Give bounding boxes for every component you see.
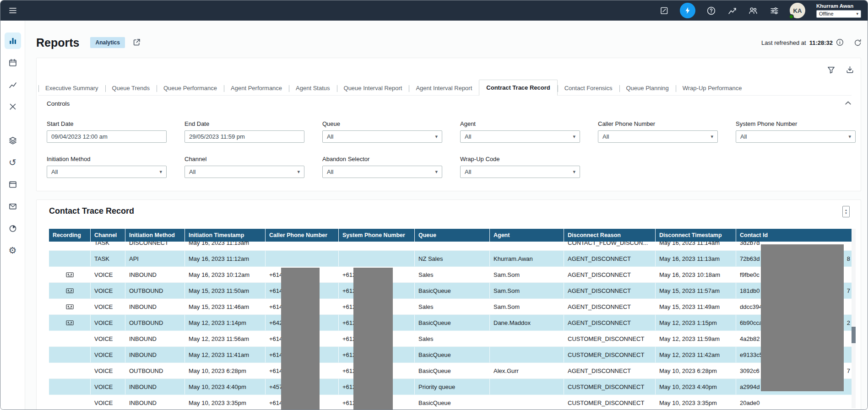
- cell-channel: VOICE: [90, 299, 125, 314]
- tab-queue-trends[interactable]: Queue Trends: [105, 81, 157, 95]
- start-date-input[interactable]: [47, 130, 167, 143]
- recording-icon[interactable]: [66, 272, 74, 277]
- cell-agent: Sam.Som: [489, 299, 564, 314]
- initiation-method-select-value: All: [51, 168, 58, 175]
- tab-queue-interval-report[interactable]: Queue Interval Report: [337, 81, 409, 95]
- chevron-down-icon: ▾: [297, 169, 300, 175]
- sidebar-item-settings[interactable]: ⚙: [5, 242, 21, 259]
- cell-recording: [49, 347, 90, 362]
- col-disconnect-reason[interactable]: Disconnect Reason: [564, 229, 655, 242]
- table-row[interactable]: VOICE INBOUND May 12, 2023 11:41am +614 …: [49, 347, 852, 363]
- tab-executive-summary[interactable]: Executive Summary: [38, 81, 105, 95]
- sidebar-item-schedule[interactable]: [5, 54, 21, 71]
- users-icon[interactable]: [748, 5, 759, 16]
- refresh-icon[interactable]: [853, 38, 862, 47]
- table-row[interactable]: VOICE INBOUND May 10, 2023 4:40pm +457 +…: [49, 379, 852, 395]
- download-icon[interactable]: [846, 65, 854, 74]
- col-queue[interactable]: Queue: [414, 229, 489, 242]
- settings-sliders-icon[interactable]: [769, 5, 780, 16]
- table-row[interactable]: VOICE OUTBOUND May 12, 2023 1:14pm +642 …: [49, 315, 852, 331]
- col-initiation-timestamp[interactable]: Initiation Timestamp: [184, 229, 265, 242]
- start-date-field: Start Date: [47, 120, 167, 143]
- sidebar-item-design-tools[interactable]: [5, 98, 21, 115]
- col-caller-phone[interactable]: Caller Phone Number: [265, 229, 338, 242]
- sidebar-item-pie-reports[interactable]: [5, 220, 21, 237]
- system-phone-select-value: All: [740, 133, 747, 140]
- end-date-input[interactable]: [184, 130, 304, 143]
- info-icon[interactable]: [836, 38, 844, 47]
- agent-status-select[interactable]: Offline ▾: [816, 10, 861, 18]
- caller-phone-select[interactable]: All ▾: [598, 130, 718, 143]
- table-row[interactable]: VOICE INBOUND May 10, 2023 3:35pm +614 +…: [49, 395, 852, 410]
- table-row[interactable]: TASK API May 16, 2023 11:12am NZ Sales K…: [49, 251, 852, 267]
- chevron-down-icon: ▾: [856, 11, 858, 16]
- col-recording[interactable]: Recording: [49, 229, 90, 242]
- report-tabs: Executive Summary Queue Trends Queue Per…: [38, 80, 852, 96]
- notes-icon[interactable]: [659, 5, 670, 16]
- cell-disconnect-timestamp: May 15, 2023 11:57am: [655, 283, 736, 298]
- table-row[interactable]: VOICE INBOUND May 12, 2023 11:56am +614 …: [49, 331, 852, 347]
- cell-agent: [489, 331, 564, 346]
- tab-wrap-up-performance[interactable]: Wrap-Up Performance: [676, 81, 749, 95]
- col-disconnect-timestamp[interactable]: Disconnect Timestamp: [655, 229, 736, 242]
- avatar-initials: KA: [793, 7, 802, 14]
- metrics-icon[interactable]: [727, 5, 738, 16]
- sidebar-item-trends[interactable]: [5, 76, 21, 93]
- hamburger-menu-icon[interactable]: [6, 4, 20, 17]
- system-phone-select[interactable]: All ▾: [736, 130, 856, 143]
- recording-icon[interactable]: [66, 320, 74, 325]
- col-initiation-method[interactable]: Initiation Method: [125, 229, 184, 242]
- sidebar-item-layers[interactable]: [5, 132, 21, 149]
- cell-initiation-method: OUTBOUND: [125, 283, 184, 298]
- tab-contract-trace-record[interactable]: Contract Trace Record: [479, 80, 557, 96]
- abandon-selector-select[interactable]: All ▾: [322, 166, 442, 178]
- scroll-spinner[interactable]: ▲ ▼: [842, 206, 850, 217]
- table-row[interactable]: VOICE INBOUND May 16, 2023 10:12am +614 …: [49, 267, 852, 283]
- agent-select[interactable]: All ▾: [460, 130, 580, 143]
- channel-select[interactable]: All ▾: [184, 166, 304, 178]
- col-system-phone[interactable]: System Phone Number: [338, 229, 414, 242]
- tab-agent-status[interactable]: Agent Status: [289, 81, 336, 95]
- filter-icon[interactable]: [827, 65, 835, 74]
- quick-actions-icon[interactable]: [680, 3, 695, 18]
- cell-system-phone: [338, 242, 414, 250]
- tab-agent-performance[interactable]: Agent Performance: [224, 81, 289, 95]
- table-scrollbar-thumb[interactable]: [852, 327, 856, 343]
- chevron-down-icon: ▾: [435, 134, 438, 140]
- avatar[interactable]: KA: [790, 3, 805, 18]
- external-link-icon[interactable]: [132, 38, 141, 47]
- page-title: Reports: [36, 36, 79, 49]
- cell-caller-phone: [265, 251, 338, 266]
- cell-disconnect-reason: AGENT_DISCONNECT: [564, 267, 655, 282]
- col-channel[interactable]: Channel: [90, 229, 125, 242]
- tab-contact-forensics[interactable]: Contact Forensics: [558, 81, 619, 95]
- help-icon[interactable]: [705, 5, 716, 16]
- sidebar-item-reports[interactable]: [5, 32, 21, 49]
- wrapup-code-select[interactable]: All ▾: [460, 166, 580, 178]
- sidebar-item-history[interactable]: ↺: [5, 154, 21, 171]
- recording-icon[interactable]: [66, 288, 74, 293]
- col-contact-id[interactable]: Contact Id: [736, 229, 852, 242]
- table-row[interactable]: VOICE OUTBOUND May 10, 2023 6:28pm +614 …: [49, 363, 852, 379]
- table-row[interactable]: VOICE INBOUND May 15, 2023 11:46am +614 …: [49, 299, 852, 315]
- table-row[interactable]: VOICE OUTBOUND May 15, 2023 11:50am +614…: [49, 283, 852, 299]
- chevron-up-icon[interactable]: [844, 99, 852, 108]
- recording-icon[interactable]: [66, 304, 74, 309]
- queue-select[interactable]: All ▾: [322, 130, 442, 143]
- sidebar-item-mail[interactable]: [5, 198, 21, 215]
- cell-agent: [489, 242, 564, 250]
- redaction-overlay-contact-id: [761, 244, 844, 391]
- tab-agent-interval-report[interactable]: Agent Interval Report: [409, 81, 479, 95]
- cell-channel: TASK: [90, 242, 125, 250]
- tab-queue-planning[interactable]: Queue Planning: [619, 81, 676, 95]
- col-agent[interactable]: Agent: [489, 229, 564, 242]
- cell-agent: Alex.Gurr: [489, 363, 564, 378]
- cell-initiation-method: INBOUND: [125, 347, 184, 362]
- tab-queue-performance[interactable]: Queue Performance: [157, 81, 224, 95]
- contact-id-text: 6b90cca: [740, 319, 762, 326]
- table-row[interactable]: TASK DISCONNECT May 16, 2023 11:13am CON…: [49, 242, 852, 251]
- sidebar-item-window[interactable]: [5, 176, 21, 193]
- cell-channel: VOICE: [90, 395, 125, 410]
- user-block: Khurram Awan Offline ▾: [816, 4, 861, 18]
- initiation-method-select[interactable]: All ▾: [47, 166, 167, 178]
